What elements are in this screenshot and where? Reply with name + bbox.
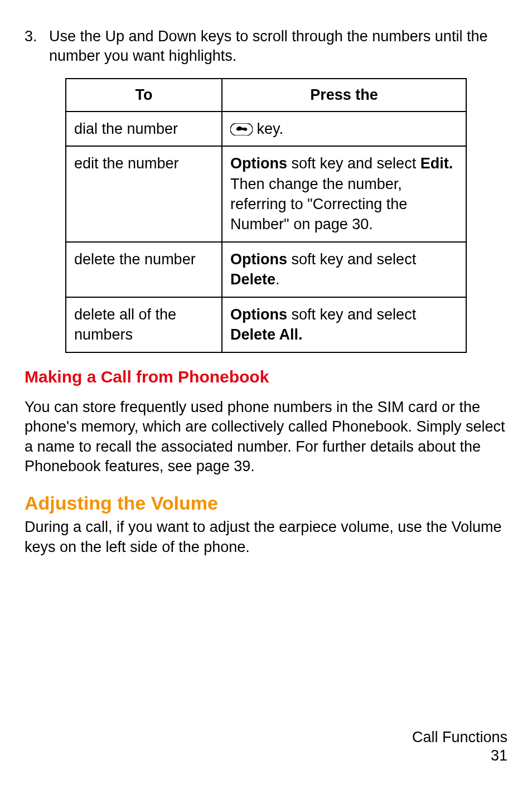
plain-text: .: [275, 271, 280, 288]
plain-text: Then change the number, referring to "Co…: [230, 176, 407, 233]
table-row: dial the number key.: [66, 112, 466, 146]
cell-to: dial the number: [66, 112, 222, 146]
bold-text: Delete: [230, 271, 275, 288]
col-header-to: To: [66, 79, 222, 111]
step-text: Use the Up and Down keys to scroll throu…: [49, 27, 507, 66]
bold-text: Options: [230, 306, 287, 323]
page-footer: Call Functions 31: [412, 728, 507, 766]
bold-text: Edit.: [420, 155, 453, 172]
cell-press: Options soft key and select Delete All.: [222, 297, 466, 352]
cell-press: Options soft key and select Edit. Then c…: [222, 146, 466, 242]
footer-section-name: Call Functions: [412, 728, 507, 747]
cell-press: key.: [222, 112, 466, 146]
table-row: delete all of the numbers Options soft k…: [66, 297, 466, 352]
section-heading-volume: Adjusting the Volume: [25, 492, 507, 514]
step-number: 3.: [25, 27, 49, 66]
plain-text: soft key and select: [287, 251, 416, 268]
plain-text: soft key and select: [287, 306, 416, 323]
cell-to: delete the number: [66, 242, 222, 297]
plain-text: soft key and select: [287, 155, 420, 172]
bold-text: Delete All.: [230, 326, 303, 343]
numbered-step: 3. Use the Up and Down keys to scroll th…: [25, 27, 507, 66]
call-key-icon: [230, 123, 253, 135]
bold-text: Options: [230, 155, 287, 172]
col-header-press: Press the: [222, 79, 466, 111]
footer-page-number: 31: [412, 747, 507, 766]
table-row: edit the number Options soft key and sel…: [66, 146, 466, 242]
cell-to: delete all of the numbers: [66, 297, 222, 352]
cell-press: Options soft key and select Delete.: [222, 242, 466, 297]
paragraph-volume: During a call, if you want to adjust the…: [25, 517, 507, 557]
subsection-heading-phonebook: Making a Call from Phonebook: [25, 367, 507, 386]
actions-table: To Press the dial the number key. edit t…: [65, 78, 467, 352]
cell-press-text: key.: [253, 120, 283, 137]
paragraph-phonebook: You can store frequently used phone numb…: [25, 398, 507, 477]
cell-to: edit the number: [66, 146, 222, 242]
bold-text: Options: [230, 251, 287, 268]
table-row: delete the number Options soft key and s…: [66, 242, 466, 297]
table-header-row: To Press the: [66, 79, 466, 111]
